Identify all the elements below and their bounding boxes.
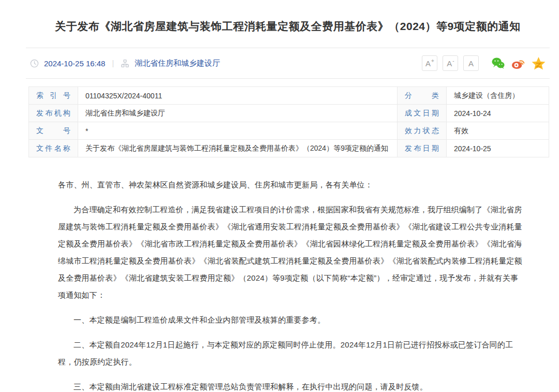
notice-page: 关于发布《湖北省房屋建筑与装饰工程消耗量定额及全费用基价表》（2024）等9项定… (0, 0, 559, 392)
source-link[interactable]: 湖北省住房和城乡建设厅 (135, 59, 220, 68)
table-row: 发布机构 湖北省住房和城乡建设厅 成文日期 2024-10-24 (29, 105, 549, 122)
label-category: 分类 (398, 87, 447, 105)
font-reset-button[interactable]: A (463, 55, 479, 71)
qzone-star-icon (532, 56, 546, 70)
value-doc-title: 关于发布《湖北省房屋建筑与装饰工程消耗量定额及全费用基价表》（2024）等9项定… (78, 140, 398, 157)
value-issuing-agency: 湖北省住房和城乡建设厅 (78, 105, 398, 122)
value-index-number: 01104325X/2024-40011 (78, 87, 398, 105)
weibo-icon (511, 56, 525, 70)
label-index-number: 索引号 (29, 87, 78, 105)
label-issuing-agency: 发布机构 (29, 105, 78, 122)
meta-separator: | (110, 59, 115, 67)
label-validity-status: 效力状态 (398, 122, 447, 140)
clock-icon (30, 59, 39, 68)
table-row: 文号 * 效力状态 有效 (29, 122, 549, 140)
weibo-share-button[interactable] (511, 56, 525, 70)
meta-bar: 2024-10-25 16:48 | 湖北省住房和城乡建设厅 A+ A- A (26, 48, 550, 78)
paragraph-item-1: 一、本定额是编制工程造价成果文件和企业内部管理及核算的重要参考。 (58, 311, 523, 328)
document-info-table: 索引号 01104325X/2024-40011 分类 城乡建设（含住房） 发布… (28, 86, 549, 157)
value-doc-number: * (78, 122, 398, 140)
qzone-share-button[interactable] (532, 56, 546, 70)
wechat-icon (491, 56, 505, 70)
paragraph-intro: 为合理确定和有效控制工程造价，满足我省建设工程项目的计价需求，根据国家和我省有关… (58, 201, 523, 303)
paragraph-item-2: 二、本定额自2024年12月1日起施行，与本定额对应的原定额同时停止使用。202… (58, 336, 523, 370)
share-icons (491, 56, 546, 70)
table-row: 索引号 01104325X/2024-40011 分类 城乡建设（含住房） (29, 87, 549, 105)
value-publish-date: 2024-10-25 (447, 140, 549, 157)
label-doc-title: 文件名称 (29, 140, 78, 157)
publish-datetime: 2024-10-25 16:48 (44, 59, 105, 68)
label-doc-number: 文号 (29, 122, 78, 140)
table-row: 文件名称 关于发布《湖北省房屋建筑与装饰工程消耗量定额及全费用基价表》（2024… (29, 140, 549, 157)
value-written-date: 2024-10-24 (447, 105, 549, 122)
label-written-date: 成文日期 (398, 105, 447, 122)
meta-actions: A+ A- A (422, 55, 546, 71)
source-org-icon (121, 59, 129, 68)
wechat-share-button[interactable] (491, 56, 505, 70)
value-validity-status: 有效 (447, 122, 549, 140)
meta-info: 2024-10-25 16:48 | 湖北省住房和城乡建设厅 (30, 59, 220, 68)
notice-body: 各市、州、直管市、神农架林区自然资源和城乡建设局、住房和城市更新局，各有关单位：… (26, 157, 550, 392)
font-increase-button[interactable]: A+ (422, 55, 437, 71)
label-publish-date: 发布日期 (398, 140, 447, 157)
paragraph-item-3: 三、本定额由湖北省建设工程标准定额管理总站负责管理和解释，在执行中出现的问题，请… (58, 378, 523, 392)
font-decrease-button[interactable]: A- (443, 55, 458, 71)
salutation: 各市、州、直管市、神农架林区自然资源和城乡建设局、住房和城市更新局，各有关单位： (58, 176, 523, 193)
value-category: 城乡建设（含住房） (447, 87, 549, 105)
divider-meta (26, 78, 550, 79)
page-title: 关于发布《湖北省房屋建筑与装饰工程消耗量定额及全费用基价表》（2024）等9项定… (26, 0, 550, 48)
